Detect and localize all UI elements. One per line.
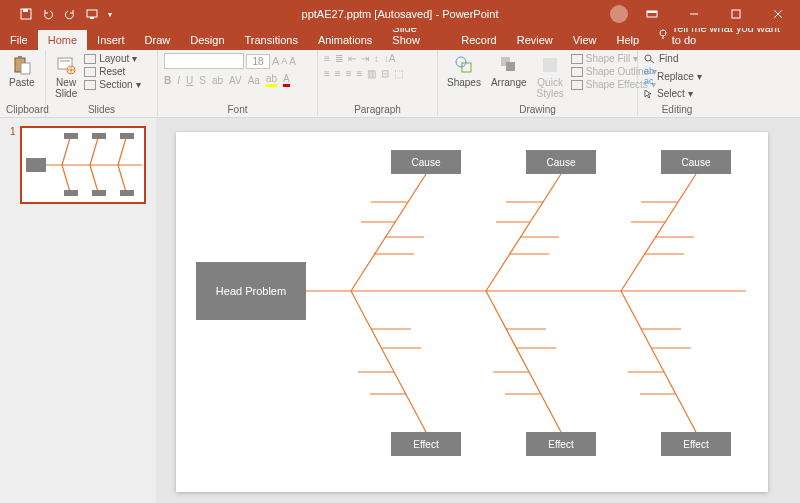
svg-point-20 — [456, 57, 466, 67]
svg-line-29 — [90, 138, 98, 165]
indent-dec-icon[interactable]: ⇤ — [348, 53, 356, 64]
font-color-icon[interactable]: A — [283, 73, 290, 87]
text-direction-icon[interactable]: ↓A — [384, 53, 396, 64]
highlight-icon[interactable]: ab — [266, 73, 277, 87]
fishbone-effect-1[interactable]: Effect — [391, 432, 461, 456]
bold-icon[interactable]: B — [164, 75, 171, 86]
svg-line-47 — [486, 174, 561, 291]
section-button[interactable]: Section ▾ — [84, 79, 140, 90]
svg-line-32 — [90, 165, 98, 192]
columns-icon[interactable]: ▥ — [367, 68, 376, 79]
svg-rect-38 — [64, 190, 78, 196]
fishbone-effect-2[interactable]: Effect — [526, 432, 596, 456]
shape-fill-icon — [571, 54, 583, 64]
svg-rect-37 — [120, 133, 134, 139]
svg-rect-35 — [64, 133, 78, 139]
font-name-combo[interactable] — [164, 53, 244, 69]
slide-canvas[interactable]: Head Problem Cause Cause Cause Effect Ef… — [176, 132, 768, 492]
align-right-icon[interactable]: ≡ — [346, 68, 352, 79]
qat-more-icon[interactable]: ▾ — [108, 10, 112, 19]
tab-help[interactable]: Help — [606, 30, 649, 50]
svg-rect-40 — [120, 190, 134, 196]
new-slide-button[interactable]: New Slide — [52, 53, 80, 101]
tab-view[interactable]: View — [563, 30, 607, 50]
lightbulb-icon — [657, 28, 668, 40]
reset-button[interactable]: Reset — [84, 66, 140, 77]
arrange-icon — [499, 55, 519, 75]
section-icon — [84, 80, 96, 90]
new-slide-icon — [56, 55, 76, 75]
tab-file[interactable]: File — [0, 30, 38, 50]
align-center-icon[interactable]: ≡ — [335, 68, 341, 79]
fishbone-cause-2[interactable]: Cause — [526, 150, 596, 174]
svg-line-52 — [621, 174, 696, 291]
reset-icon — [84, 67, 96, 77]
tab-record[interactable]: Record — [451, 30, 506, 50]
tab-animations[interactable]: Animations — [308, 30, 382, 50]
italic-icon[interactable]: I — [177, 75, 180, 86]
ribbon-display-icon[interactable] — [634, 0, 670, 28]
line-spacing-icon[interactable]: ↕ — [374, 53, 379, 64]
svg-line-30 — [118, 138, 126, 165]
select-button[interactable]: Select ▾ — [644, 88, 702, 99]
quick-styles-icon — [540, 55, 560, 75]
fishbone-cause-3[interactable]: Cause — [661, 150, 731, 174]
quick-styles-button[interactable]: Quick Styles — [534, 53, 567, 101]
case-icon[interactable]: Aa — [248, 75, 260, 86]
redo-icon[interactable] — [64, 8, 76, 20]
undo-icon[interactable] — [42, 8, 54, 20]
svg-rect-13 — [18, 56, 22, 59]
arrange-button[interactable]: Arrange — [488, 53, 530, 90]
shadow-icon[interactable]: ab — [212, 75, 223, 86]
slide-thumbnail-1[interactable] — [20, 126, 146, 204]
find-button[interactable]: Find — [644, 53, 702, 64]
shape-outline-icon — [571, 67, 583, 77]
replace-button[interactable]: abacReplace ▾ — [644, 66, 702, 86]
tab-draw[interactable]: Draw — [135, 30, 181, 50]
svg-line-31 — [62, 165, 70, 192]
minimize-icon[interactable] — [676, 0, 712, 28]
slide-canvas-area: Head Problem Cause Cause Cause Effect Ef… — [156, 118, 800, 503]
justify-icon[interactable]: ≡ — [357, 68, 363, 79]
ribbon-tabs: File Home Insert Draw Design Transitions… — [0, 28, 800, 50]
svg-rect-36 — [92, 133, 106, 139]
strike-icon[interactable]: S — [199, 75, 206, 86]
save-icon[interactable] — [20, 8, 32, 20]
smartart-icon[interactable]: ⬚ — [394, 68, 403, 79]
grow-font-icon[interactable]: A — [272, 55, 279, 67]
paste-icon — [12, 55, 32, 75]
start-from-beginning-icon[interactable] — [86, 8, 98, 20]
fishbone-cause-1[interactable]: Cause — [391, 150, 461, 174]
font-size-combo[interactable]: 18 — [246, 54, 270, 69]
svg-rect-5 — [647, 11, 657, 13]
group-label-editing: Editing — [644, 103, 710, 115]
window-title: pptAE27.pptm [Autosaved] - PowerPoint — [302, 8, 499, 20]
layout-button[interactable]: Layout ▾ — [84, 53, 140, 64]
paste-button[interactable]: Paste — [6, 53, 38, 90]
shrink-font-icon[interactable]: A — [281, 56, 287, 66]
shapes-button[interactable]: Shapes — [444, 53, 484, 90]
indent-inc-icon[interactable]: ⇥ — [361, 53, 369, 64]
underline-icon[interactable]: U — [186, 75, 193, 86]
maximize-icon[interactable] — [718, 0, 754, 28]
fishbone-head[interactable]: Head Problem — [196, 262, 306, 320]
group-label-paragraph: Paragraph — [324, 103, 431, 115]
close-icon[interactable] — [760, 0, 796, 28]
align-left-icon[interactable]: ≡ — [324, 68, 330, 79]
svg-rect-24 — [543, 58, 557, 72]
tab-insert[interactable]: Insert — [87, 30, 135, 50]
group-label-clipboard: Clipboard — [6, 103, 39, 115]
user-avatar-icon[interactable] — [610, 5, 628, 23]
group-label-font: Font — [164, 103, 311, 115]
tab-review[interactable]: Review — [507, 30, 563, 50]
bullets-icon[interactable]: ≡ — [324, 53, 330, 64]
tab-design[interactable]: Design — [180, 30, 234, 50]
align-text-icon[interactable]: ⊟ — [381, 68, 389, 79]
tab-transitions[interactable]: Transitions — [235, 30, 308, 50]
numbering-icon[interactable]: ≣ — [335, 53, 343, 64]
spacing-icon[interactable]: AV — [229, 75, 242, 86]
tab-home[interactable]: Home — [38, 30, 87, 50]
clear-format-icon[interactable]: A — [289, 56, 296, 67]
shape-effects-icon — [571, 80, 583, 90]
fishbone-effect-3[interactable]: Effect — [661, 432, 731, 456]
